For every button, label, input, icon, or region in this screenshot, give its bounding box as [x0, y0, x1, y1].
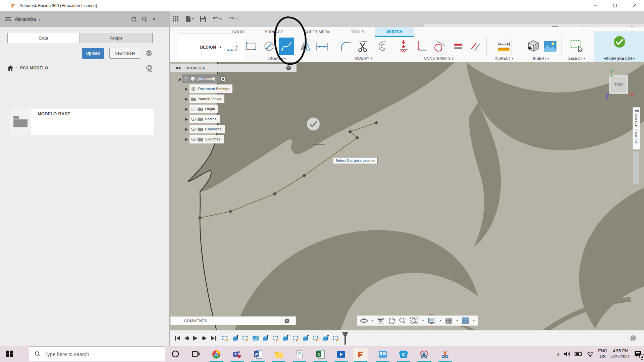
language-indicator[interactable]: ENGUS	[598, 348, 607, 360]
close-button[interactable]	[625, 0, 644, 11]
browser-panel-header[interactable]: ◀◀ BROWSER	[170, 64, 297, 72]
sketch-palette-grip[interactable]	[633, 152, 639, 184]
rectangle-tool-icon[interactable]	[244, 38, 258, 55]
skip-to-end-icon[interactable]	[211, 336, 217, 341]
tab-sheet-metal[interactable]: SHEET METAL	[301, 27, 335, 37]
search-icon[interactable]	[142, 16, 148, 22]
expand-closed-icon[interactable]: ▶	[185, 137, 188, 141]
cortana-icon[interactable]	[172, 350, 179, 358]
display-settings-icon[interactable]	[428, 317, 436, 324]
timeline-canvas-icon[interactable]	[252, 335, 259, 342]
orbit-icon[interactable]	[360, 317, 368, 324]
taskbar-search-input[interactable]	[45, 351, 152, 357]
browser-node-document-settings[interactable]: ▶Document Settings	[185, 84, 232, 93]
grid-display-icon[interactable]	[445, 317, 452, 324]
word-icon[interactable]: W	[250, 348, 266, 361]
constraint-parallel-icon[interactable]	[468, 38, 483, 55]
app-grid-icon[interactable]	[173, 16, 179, 22]
undo-icon[interactable]	[212, 16, 222, 22]
browser-node-bodies[interactable]: ▶Bodies	[185, 115, 220, 123]
browser-root-row[interactable]: ◢ (Unsaved)	[178, 74, 226, 83]
tab-tools[interactable]: TOOLS	[345, 27, 370, 37]
eye-icon[interactable]	[183, 76, 189, 81]
mirror-tool-icon[interactable]	[298, 38, 313, 55]
fit-icon[interactable]	[410, 317, 418, 324]
browser-node-canvases[interactable]: ▶Canvases	[185, 125, 225, 133]
collapse-arrows-icon[interactable]: ◀◀	[175, 66, 180, 70]
camtasia-icon[interactable]: C	[396, 348, 411, 361]
project-item[interactable]: MODELO-BASE	[10, 109, 154, 135]
minimize-button[interactable]	[586, 0, 605, 11]
group-label-select[interactable]: SELECT ▾	[568, 56, 585, 61]
comments-panel-header[interactable]: COMMENTS	[170, 316, 296, 325]
fusion360-taskbar-icon[interactable]	[353, 348, 368, 361]
tab-sketch[interactable]: SKETCH	[375, 27, 414, 37]
tab-solid[interactable]: SOLID	[227, 27, 249, 37]
user-name[interactable]: Alexandra	[15, 16, 36, 22]
user-chevron-icon[interactable]: ▾	[39, 17, 40, 21]
insert-mesh-icon[interactable]	[526, 38, 541, 55]
modeling-canvas[interactable]: Select first point to close ◀◀ BROWSER ◢…	[170, 62, 644, 346]
circle-tool-icon[interactable]	[262, 38, 276, 55]
breadcrumb-project[interactable]: PC3-MODELO	[20, 66, 48, 70]
sketch-palette-tab[interactable]: ◀◀ SKETCH PALETTE	[633, 107, 640, 149]
timeline-features[interactable]	[222, 335, 339, 342]
constraint-tangent-icon[interactable]	[432, 38, 447, 55]
teams-icon[interactable]: T	[229, 348, 245, 361]
browser-node-named-views[interactable]: ▶Named Views	[185, 95, 224, 103]
constraint-fixed-icon[interactable]	[397, 38, 412, 55]
fillet-tool-icon[interactable]	[338, 38, 353, 55]
timeline-playhead[interactable]	[341, 331, 349, 345]
new-folder-button[interactable]: New Folder	[109, 48, 140, 59]
notification-center[interactable]: 4	[634, 350, 642, 358]
refresh-icon[interactable]	[131, 16, 137, 22]
expand-closed-icon[interactable]: ▶	[185, 117, 188, 121]
expand-open-icon[interactable]: ◢	[178, 77, 180, 81]
powerpoint-icon[interactable]	[375, 348, 390, 361]
step-forward-icon[interactable]	[202, 336, 208, 341]
chrome-icon[interactable]	[209, 348, 224, 361]
movies-tv-icon[interactable]	[333, 348, 349, 361]
expand-closed-icon[interactable]: ▶	[185, 127, 188, 131]
ok-check-widget[interactable]	[307, 117, 320, 131]
finish-sketch-button[interactable]: FINISH SKETCH ▾	[594, 31, 644, 62]
timeline-extrude-icon[interactable]	[232, 335, 239, 342]
settings-gear-icon[interactable]	[146, 50, 152, 57]
task-view-icon[interactable]	[192, 350, 200, 358]
timeline-extrude-icon[interactable]	[282, 335, 289, 342]
file-menu-icon[interactable]	[185, 16, 194, 22]
add-comment-icon[interactable]	[284, 318, 289, 323]
tab-data[interactable]: Data	[7, 33, 80, 43]
home-icon[interactable]	[7, 65, 13, 71]
browser-collapse-icon[interactable]	[286, 65, 291, 70]
look-at-icon[interactable]	[377, 317, 385, 324]
eye-off-icon[interactable]	[191, 107, 196, 112]
constraint-equal-icon[interactable]	[451, 38, 466, 55]
redo-icon[interactable]	[228, 16, 238, 22]
clock-date[interactable]: 4:55 PM5/27/2021	[611, 348, 630, 360]
skip-to-start-icon[interactable]	[174, 336, 180, 341]
constraint-perpendicular-icon[interactable]	[415, 38, 429, 55]
expand-closed-icon[interactable]: ▶	[185, 97, 188, 101]
volume-icon[interactable]	[564, 351, 571, 357]
upload-button[interactable]: Upload	[82, 48, 104, 59]
windows-start-icon[interactable]	[6, 351, 13, 357]
save-icon[interactable]	[200, 16, 206, 22]
battery-icon[interactable]	[575, 351, 583, 357]
timeline-sketch-icon[interactable]	[242, 335, 249, 342]
offset-tool-icon[interactable]	[373, 38, 388, 55]
sync-globe-icon[interactable]	[146, 65, 153, 72]
timeline-sketch-icon[interactable]	[333, 335, 339, 342]
file-explorer-icon[interactable]	[271, 348, 286, 361]
timeline-sketch-icon[interactable]	[292, 335, 299, 342]
expand-closed-icon[interactable]: ▶	[185, 107, 188, 111]
expand-closed-icon[interactable]: ▶	[185, 87, 188, 91]
timeline-settings-gear-icon[interactable]	[630, 335, 637, 342]
close-panel-icon[interactable]: ×	[152, 16, 156, 22]
select-tool-icon[interactable]	[570, 38, 584, 55]
step-back-icon[interactable]	[183, 336, 190, 341]
timeline-extrude-icon[interactable]	[323, 335, 329, 342]
group-label-inspect[interactable]: INSPECT ▾	[495, 56, 514, 61]
trim-tool-icon[interactable]	[356, 38, 370, 55]
tab-people[interactable]: People	[79, 33, 153, 43]
